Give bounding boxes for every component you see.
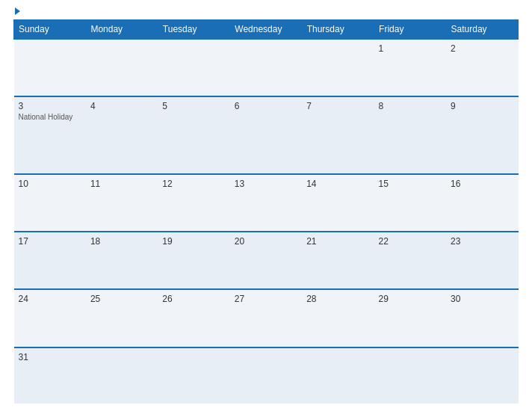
calendar-container: SundayMondayTuesdayWednesdayThursdayFrid… bbox=[0, 0, 532, 411]
calendar-body: 123National Holiday456789101112131415161… bbox=[14, 39, 519, 404]
day-number: 30 bbox=[451, 294, 513, 304]
day-number: 7 bbox=[306, 101, 369, 111]
calendar-cell bbox=[158, 347, 229, 404]
day-number: 16 bbox=[451, 179, 513, 189]
weekday-header-tuesday: Tuesday bbox=[158, 20, 229, 40]
calendar-cell: 18 bbox=[86, 232, 158, 289]
calendar-cell bbox=[86, 39, 158, 96]
calendar-cell: 5 bbox=[158, 96, 229, 173]
calendar-thead: SundayMondayTuesdayWednesdayThursdayFrid… bbox=[14, 20, 519, 40]
calendar-week-row: 17181920212223 bbox=[14, 232, 519, 289]
calendar-cell: 3National Holiday bbox=[14, 96, 86, 173]
calendar-cell: 20 bbox=[230, 232, 302, 289]
calendar-cell: 1 bbox=[374, 39, 446, 96]
day-number: 3 bbox=[19, 101, 81, 111]
day-number: 12 bbox=[162, 179, 225, 189]
calendar-cell: 13 bbox=[230, 174, 302, 232]
calendar-cell: 25 bbox=[86, 289, 158, 347]
calendar-cell: 22 bbox=[374, 232, 446, 289]
holiday-label: National Holiday bbox=[19, 113, 81, 121]
day-number: 6 bbox=[235, 101, 297, 111]
day-number: 21 bbox=[306, 236, 369, 247]
calendar-cell: 10 bbox=[14, 174, 86, 232]
day-number: 25 bbox=[90, 294, 153, 304]
day-number: 29 bbox=[379, 294, 442, 304]
logo bbox=[13, 7, 20, 15]
calendar-cell bbox=[302, 39, 374, 96]
day-number: 24 bbox=[19, 294, 81, 304]
day-number: 23 bbox=[451, 236, 513, 247]
weekday-header-row: SundayMondayTuesdayWednesdayThursdayFrid… bbox=[14, 20, 519, 40]
weekday-header-friday: Friday bbox=[374, 20, 446, 40]
calendar-cell bbox=[230, 347, 302, 404]
day-number: 13 bbox=[235, 179, 297, 189]
day-number: 19 bbox=[162, 236, 225, 247]
day-number: 31 bbox=[19, 352, 81, 362]
calendar-week-row: 31 bbox=[14, 347, 519, 404]
day-number: 4 bbox=[90, 101, 153, 111]
calendar-cell: 28 bbox=[302, 289, 374, 347]
calendar-cell: 31 bbox=[14, 347, 86, 404]
day-number: 9 bbox=[451, 101, 513, 111]
day-number: 5 bbox=[162, 101, 225, 111]
calendar-cell: 16 bbox=[446, 174, 518, 232]
calendar-cell: 27 bbox=[230, 289, 302, 347]
day-number: 28 bbox=[306, 294, 369, 304]
calendar-cell: 17 bbox=[14, 232, 86, 289]
calendar-cell bbox=[302, 347, 374, 404]
calendar-cell bbox=[158, 39, 229, 96]
calendar-cell bbox=[374, 347, 446, 404]
weekday-header-wednesday: Wednesday bbox=[230, 20, 302, 40]
calendar-week-row: 24252627282930 bbox=[14, 289, 519, 347]
calendar-week-row: 3National Holiday456789 bbox=[14, 96, 519, 173]
day-number: 1 bbox=[379, 43, 442, 54]
logo-blue-text bbox=[13, 7, 20, 15]
day-number: 10 bbox=[19, 179, 81, 189]
calendar-cell: 12 bbox=[158, 174, 229, 232]
calendar-cell: 11 bbox=[86, 174, 158, 232]
weekday-header-saturday: Saturday bbox=[446, 20, 518, 40]
calendar-cell: 15 bbox=[374, 174, 446, 232]
calendar-cell: 8 bbox=[374, 96, 446, 173]
calendar-cell: 9 bbox=[446, 96, 518, 173]
calendar-cell bbox=[14, 39, 86, 96]
weekday-header-sunday: Sunday bbox=[14, 20, 86, 40]
day-number: 15 bbox=[379, 179, 442, 189]
calendar-cell: 23 bbox=[446, 232, 518, 289]
calendar-cell: 19 bbox=[158, 232, 229, 289]
day-number: 22 bbox=[379, 236, 442, 247]
day-number: 11 bbox=[90, 179, 153, 189]
calendar-cell: 6 bbox=[230, 96, 302, 173]
calendar-cell: 21 bbox=[302, 232, 374, 289]
calendar-cell: 29 bbox=[374, 289, 446, 347]
day-number: 20 bbox=[235, 236, 297, 247]
logo-triangle-icon bbox=[15, 7, 20, 15]
calendar-cell: 14 bbox=[302, 174, 374, 232]
calendar-cell: 30 bbox=[446, 289, 518, 347]
calendar-week-row: 10111213141516 bbox=[14, 174, 519, 232]
calendar-cell bbox=[446, 347, 518, 404]
day-number: 17 bbox=[19, 236, 81, 247]
calendar-cell: 2 bbox=[446, 39, 518, 96]
day-number: 26 bbox=[162, 294, 225, 304]
calendar-cell bbox=[86, 347, 158, 404]
day-number: 18 bbox=[90, 236, 153, 247]
day-number: 8 bbox=[379, 101, 442, 111]
calendar-cell: 26 bbox=[158, 289, 229, 347]
calendar-week-row: 12 bbox=[14, 39, 519, 96]
calendar-header bbox=[13, 7, 519, 15]
calendar-cell: 4 bbox=[86, 96, 158, 173]
day-number: 2 bbox=[451, 43, 513, 54]
weekday-header-monday: Monday bbox=[86, 20, 158, 40]
day-number: 27 bbox=[235, 294, 297, 304]
calendar-cell bbox=[230, 39, 302, 96]
weekday-header-thursday: Thursday bbox=[302, 20, 374, 40]
calendar-cell: 24 bbox=[14, 289, 86, 347]
day-number: 14 bbox=[306, 179, 369, 189]
calendar-cell: 7 bbox=[302, 96, 374, 173]
calendar-table: SundayMondayTuesdayWednesdayThursdayFrid… bbox=[13, 19, 519, 404]
